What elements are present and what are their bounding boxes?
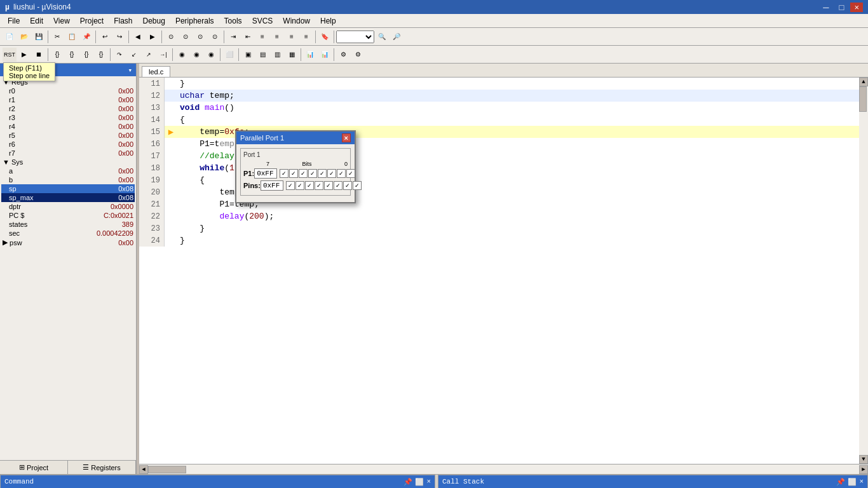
pins-bit4[interactable]	[315, 181, 323, 190]
tree-r1[interactable]: r1 0x00	[1, 95, 135, 104]
menu-peripherals[interactable]: Peripherals	[170, 15, 219, 27]
debug-step-out[interactable]: ↗	[142, 48, 156, 62]
command-float-icon[interactable]: ⬜	[415, 478, 424, 486]
tree-dptr[interactable]: dptr 0x0000	[1, 202, 135, 211]
toolbar-b6[interactable]: ≡	[255, 30, 269, 44]
menu-project[interactable]: Project	[75, 15, 109, 27]
tree-r2[interactable]: r2 0x00	[1, 104, 135, 113]
debug-braces[interactable]: {}	[50, 48, 64, 62]
pins-bit2[interactable]	[334, 181, 342, 190]
menu-debug[interactable]: Debug	[138, 15, 170, 27]
toolbar-b3[interactable]: ⊙	[193, 30, 207, 44]
debug-step-over[interactable]: ↷	[112, 48, 126, 62]
debug-t4[interactable]: ▦	[285, 48, 299, 62]
toolbar-redo[interactable]: ↪	[112, 30, 126, 44]
scroll-left-btn[interactable]: ◀	[139, 465, 148, 474]
pins-bit3[interactable]	[324, 181, 333, 190]
parallel-port-close-btn[interactable]: ×	[342, 133, 351, 142]
debug-t2[interactable]: ▤	[255, 48, 269, 62]
toolbar-new[interactable]: 📄	[3, 30, 17, 44]
toolbar-copy[interactable]: 📋	[65, 30, 79, 44]
toolbar-save[interactable]: 💾	[32, 30, 46, 44]
tree-r4[interactable]: r4 0x00	[1, 122, 135, 131]
tree-pc[interactable]: PC $ C:0x0021	[1, 211, 135, 220]
debug-cmd3[interactable]: ◉	[204, 48, 218, 62]
debug-reset[interactable]: RST	[3, 48, 17, 62]
debug-braces2[interactable]: {}	[65, 48, 79, 62]
toolbar-b2[interactable]: ⊙	[179, 30, 193, 44]
toolbar-config-select[interactable]	[336, 30, 374, 43]
debug-braces4[interactable]: {}	[94, 48, 108, 62]
p1-bit4[interactable]	[308, 169, 317, 178]
toolbar-back[interactable]: ◀	[131, 30, 145, 44]
debug-t1[interactable]: ▣	[241, 48, 255, 62]
menu-tools[interactable]: Tools	[219, 15, 247, 27]
p1-bit2[interactable]	[327, 169, 336, 178]
toolbar-b8[interactable]: ≡	[285, 30, 299, 44]
toolbar-bookmark[interactable]: 🔖	[318, 30, 332, 44]
toolbar-b4[interactable]: ⊙	[208, 30, 222, 44]
p1-bit5[interactable]	[299, 169, 308, 178]
toolbar-b7[interactable]: ≡	[270, 30, 284, 44]
tree-sec[interactable]: sec 0.00042209	[1, 229, 135, 238]
toolbar-b1[interactable]: ⊙	[164, 30, 178, 44]
toolbar-b9[interactable]: ≡	[299, 30, 313, 44]
tree-psw[interactable]: ▶ psw 0x00	[1, 238, 135, 247]
tree-r0[interactable]: r0 0x00	[1, 86, 135, 95]
scroll-up-btn[interactable]: ▲	[859, 78, 868, 86]
tree-states[interactable]: states 389	[1, 220, 135, 229]
pins-bit5[interactable]	[305, 181, 314, 190]
debug-tools[interactable]: ⚙	[336, 48, 350, 62]
toolbar-debug-sel[interactable]: 🔍	[375, 30, 389, 44]
minimize-button[interactable]: ─	[819, 3, 832, 12]
tree-r7[interactable]: r7 0x00	[1, 149, 135, 158]
toolbar-open[interactable]: 📂	[17, 30, 31, 44]
debug-run[interactable]: ▶	[17, 48, 31, 62]
debug-stop[interactable]: ⏹	[32, 48, 46, 62]
close-button[interactable]: ×	[850, 3, 863, 12]
tab-led-c[interactable]: led.c	[142, 66, 170, 77]
command-pin-icon[interactable]: 📌	[403, 478, 412, 486]
sidebar-tab-registers[interactable]: ☰ Registers	[68, 461, 136, 474]
p1-bit1[interactable]	[337, 169, 346, 178]
menu-help[interactable]: Help	[315, 15, 341, 27]
debug-perf[interactable]: 📊	[303, 48, 317, 62]
p1-bit0[interactable]	[346, 169, 355, 178]
scroll-down-btn[interactable]: ▼	[859, 455, 868, 464]
tree-sp-max[interactable]: sp_max 0x08	[1, 193, 135, 202]
debug-step-in[interactable]: ↙	[127, 48, 141, 62]
maximize-button[interactable]: □	[836, 3, 848, 12]
toolbar-paste[interactable]: 📌	[79, 30, 93, 44]
toolbar-find[interactable]: 🔎	[390, 30, 403, 44]
sidebar-tab-project[interactable]: ⊞ Project	[0, 461, 68, 474]
toolbar-undo[interactable]: ↩	[98, 30, 112, 44]
scroll-right-btn[interactable]: ▶	[859, 465, 868, 474]
menu-flash[interactable]: Flash	[109, 15, 137, 27]
debug-cmd2[interactable]: ◉	[189, 48, 203, 62]
toolbar-fwd[interactable]: ▶	[146, 30, 159, 44]
tree-a[interactable]: a 0x00	[1, 166, 135, 175]
p1-value-input[interactable]	[254, 168, 277, 179]
debug-logic[interactable]: 📊	[318, 48, 332, 62]
sidebar-collapse[interactable]: ▾	[128, 66, 132, 74]
menu-edit[interactable]: Edit	[25, 15, 48, 27]
command-close-icon[interactable]: ×	[426, 478, 431, 486]
toolbar-indent[interactable]: ⇥	[226, 30, 240, 44]
tree-b[interactable]: b 0x00	[1, 175, 135, 184]
window-controls[interactable]: ─ □ ×	[819, 3, 863, 12]
debug-braces3[interactable]: {}	[79, 48, 93, 62]
tree-r5[interactable]: r5 0x00	[1, 131, 135, 140]
pins-bit6[interactable]	[295, 181, 304, 190]
pins-bit7[interactable]	[286, 181, 295, 190]
debug-mem[interactable]: ⬜	[222, 48, 236, 62]
scroll-thumb[interactable]	[859, 86, 867, 112]
p1-bit3[interactable]	[318, 169, 327, 178]
p1-bit6[interactable]	[289, 169, 298, 178]
p1-bit7[interactable]	[280, 169, 288, 178]
tree-r3[interactable]: r3 0x00	[1, 113, 135, 122]
pins-bit0[interactable]	[353, 181, 362, 190]
toolbar-unindent[interactable]: ⇤	[241, 30, 255, 44]
pins-bit1[interactable]	[343, 181, 352, 190]
menu-svcs[interactable]: SVCS	[247, 15, 278, 27]
debug-run-cursor[interactable]: →|	[156, 48, 170, 62]
